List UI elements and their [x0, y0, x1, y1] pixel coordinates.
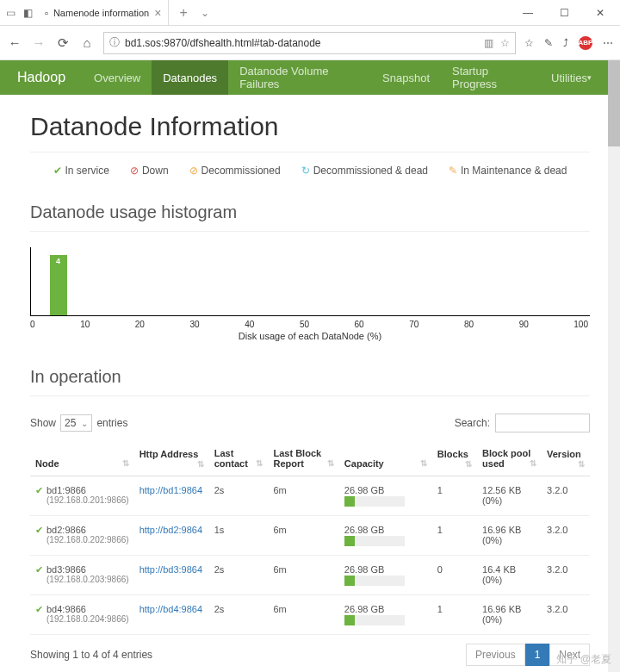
decom-dead-icon: ↻ — [301, 165, 310, 177]
search-label: Search: — [455, 417, 490, 429]
http-link[interactable]: http://bd3:9864 — [140, 564, 202, 575]
nav-utilities[interactable]: Utilities ▾ — [540, 60, 603, 95]
search-input[interactable] — [495, 414, 590, 432]
pool-used: 12.56 KB (0%) — [477, 476, 542, 516]
th-pool[interactable]: Block pool used⇅ — [477, 441, 542, 476]
favorites-button[interactable]: ☆ — [524, 37, 534, 49]
check-icon: ✔ — [35, 604, 43, 615]
th-version[interactable]: Version⇅ — [542, 441, 590, 476]
abp-icon[interactable]: ABP — [579, 36, 592, 50]
browser-tab[interactable]: ▫ Namenode information × — [38, 0, 169, 26]
chevron-down-icon[interactable]: ⌄ — [198, 6, 212, 20]
datanode-table: Node⇅ Http Address⇅ Last contact⇅ Last B… — [30, 441, 590, 635]
node-name: bd4:9866 — [46, 604, 129, 614]
tab-group-icon[interactable]: ▭ — [3, 6, 17, 20]
down-icon: ⊘ — [130, 165, 139, 177]
page-1-button[interactable]: 1 — [525, 644, 550, 666]
last-contact: 2s — [209, 476, 269, 516]
url-bar[interactable]: ⓘ bd1.sos:9870/dfshealth.html#tab-datano… — [103, 32, 516, 54]
entries-label: entries — [96, 417, 127, 429]
th-blocks[interactable]: Blocks⇅ — [432, 441, 477, 476]
more-icon[interactable]: ⋯ — [603, 37, 613, 49]
capacity: 26.98 GB — [339, 516, 432, 556]
close-window-button[interactable]: ✕ — [587, 7, 613, 19]
last-contact: 2s — [209, 595, 269, 635]
tab-title: Namenode information — [53, 8, 149, 18]
last-contact: 2s — [209, 556, 269, 595]
check-icon: ✔ — [35, 485, 43, 496]
node-ip: (192.168.0.204:9866) — [46, 614, 129, 624]
blocks: 1 — [432, 595, 477, 635]
node-name: bd2:9866 — [46, 525, 129, 535]
prev-button[interactable]: Previous — [466, 644, 525, 666]
minimize-button[interactable]: — — [515, 7, 541, 19]
http-link[interactable]: http://bd1:9864 — [140, 485, 202, 495]
browser-toolbar: ← → ⟳ ⌂ ⓘ bd1.sos:9870/dfshealth.html#ta… — [0, 26, 620, 60]
info-icon[interactable]: ⓘ — [109, 35, 120, 50]
histogram-title: Datanode usage histogram — [30, 202, 590, 222]
version: 3.2.0 — [542, 595, 590, 635]
th-capacity[interactable]: Capacity⇅ — [339, 441, 432, 476]
watermark: 知乎 @老夏 — [556, 652, 611, 667]
version: 3.2.0 — [542, 476, 590, 516]
new-tab-button[interactable]: + — [172, 5, 194, 21]
blocks: 1 — [432, 516, 477, 556]
node-name: bd3:9866 — [46, 564, 129, 575]
pool-used: 16.96 KB (0%) — [477, 516, 542, 556]
blocks: 1 — [432, 476, 477, 516]
nav-startup[interactable]: Startup Progress — [441, 60, 540, 95]
histogram-chart: 4 — [30, 247, 590, 316]
table-row: ✔bd1:9866(192.168.0.201:9866) http://bd1… — [30, 476, 590, 516]
maint-icon: ✎ — [449, 165, 457, 177]
table-row: ✔bd4:9866(192.168.0.204:9866) http://bd4… — [30, 595, 590, 635]
caret-down-icon: ▾ — [587, 73, 592, 82]
page: Hadoop Overview Datanodes Datanode Volum… — [0, 60, 620, 672]
notes-icon[interactable]: ✎ — [544, 37, 553, 49]
capacity: 26.98 GB — [339, 595, 432, 635]
scrollbar[interactable] — [608, 60, 620, 672]
check-icon: ✔ — [35, 525, 43, 536]
last-report: 6m — [268, 516, 338, 556]
http-link[interactable]: http://bd4:9864 — [140, 604, 202, 614]
url-text: bd1.sos:9870/dfshealth.html#tab-datanode — [125, 37, 321, 49]
pool-used: 16.4 KB (0%) — [477, 556, 542, 595]
decom-icon: ⊘ — [189, 165, 198, 177]
entries-select[interactable]: 25⌄ — [60, 414, 92, 432]
capacity: 26.98 GB — [339, 476, 432, 516]
bar-label: 4 — [56, 257, 60, 265]
close-icon[interactable]: × — [154, 6, 161, 20]
node-ip: (192.168.0.201:9866) — [46, 495, 129, 505]
http-link[interactable]: http://bd2:9864 — [140, 525, 202, 535]
maximize-button[interactable]: ☐ — [551, 7, 577, 19]
th-report[interactable]: Last Block Report⇅ — [268, 441, 338, 476]
th-node[interactable]: Node⇅ — [30, 441, 134, 476]
table-footer: Showing 1 to 4 of 4 entries — [30, 649, 152, 661]
refresh-button[interactable]: ⟳ — [55, 35, 71, 51]
nav-volume-failures[interactable]: Datanode Volume Failures — [228, 60, 371, 95]
share-icon[interactable]: ⤴ — [563, 37, 568, 49]
version: 3.2.0 — [542, 516, 590, 556]
th-contact[interactable]: Last contact⇅ — [209, 441, 269, 476]
brand[interactable]: Hadoop — [17, 70, 65, 85]
back-button[interactable]: ← — [7, 35, 22, 50]
nav-snapshot[interactable]: Snapshot — [371, 60, 441, 95]
th-http[interactable]: Http Address⇅ — [134, 441, 209, 476]
chart-bar: 4 — [50, 255, 67, 315]
nav-datanodes[interactable]: Datanodes — [152, 60, 228, 95]
check-icon: ✔ — [35, 564, 43, 576]
home-button[interactable]: ⌂ — [79, 35, 95, 50]
reader-icon[interactable]: ▥ — [484, 37, 493, 49]
navbar: Hadoop Overview Datanodes Datanode Volum… — [0, 60, 620, 95]
sidebar-icon[interactable]: ◧ — [21, 6, 34, 20]
version: 3.2.0 — [542, 556, 590, 595]
nav-overview[interactable]: Overview — [83, 60, 152, 95]
titlebar: ▭ ◧ ▫ Namenode information × + ⌄ — ☐ ✕ — [0, 0, 620, 26]
x-axis-label: Disk usage of each DataNode (%) — [30, 331, 590, 341]
chevron-down-icon: ⌄ — [81, 419, 88, 428]
favorite-icon[interactable]: ☆ — [500, 37, 510, 49]
node-ip: (192.168.0.202:9866) — [46, 535, 129, 544]
forward-button[interactable]: → — [31, 35, 46, 50]
in-operation-title: In operation — [30, 367, 590, 387]
pool-used: 16.96 KB (0%) — [477, 595, 542, 635]
last-report: 6m — [268, 595, 338, 635]
